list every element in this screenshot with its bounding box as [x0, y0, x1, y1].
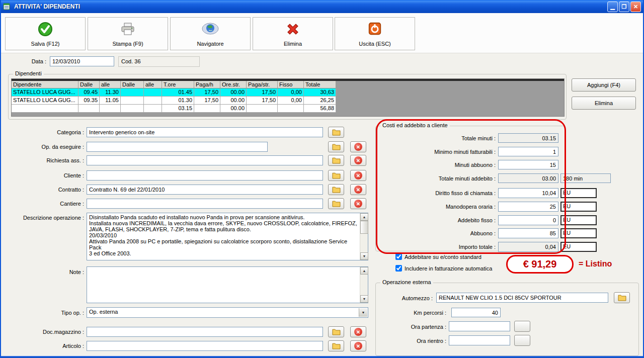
grid-cell[interactable] [144, 88, 162, 97]
delete-button[interactable]: Elimina [253, 17, 333, 50]
contratto-clear-button[interactable]: ✕ [350, 184, 366, 195]
tipo-op-combobox[interactable]: Op. esterna ▼ [87, 307, 368, 318]
grid-cell[interactable]: 30,63 [304, 88, 336, 97]
ora-partenza-picker-button[interactable] [514, 321, 530, 332]
note-scrollbar[interactable]: ▲ ▼ [360, 267, 368, 303]
ora-partenza-input[interactable] [449, 321, 510, 331]
addebitare-checkbox[interactable] [395, 253, 402, 260]
ora-rientro-picker-button[interactable] [514, 335, 530, 346]
automezzo-browse-button[interactable] [614, 292, 630, 303]
grid-cell[interactable]: 09.35 [78, 97, 100, 105]
diritto-fisso-input[interactable] [498, 188, 558, 198]
contratto-input[interactable] [87, 185, 323, 195]
categoria-input[interactable] [87, 127, 323, 137]
grid-cell[interactable]: 00.00 [220, 105, 247, 113]
manodopera-currency[interactable]: EU [560, 202, 597, 212]
elimina-row-button[interactable]: Elimina [572, 97, 636, 110]
categoria-browse-button[interactable] [328, 127, 344, 138]
fatturazione-checkbox-row[interactable]: Includere in fatturazione automatica [395, 265, 492, 272]
scroll-down-icon[interactable]: ▼ [360, 252, 368, 260]
ora-rientro-input[interactable] [449, 335, 510, 345]
diritto-fisso-currency[interactable]: EU [560, 188, 597, 198]
addebito-fisso-input[interactable] [498, 215, 558, 225]
grid-cell[interactable] [78, 105, 100, 113]
grid-row[interactable]: STATELLO LUCA GUG... 09.35 11.05 01.30 1… [12, 97, 564, 105]
grid-cell[interactable]: STATELLO LUCA GUG... [12, 97, 78, 105]
chevron-down-icon[interactable]: ▼ [359, 308, 367, 317]
grid-cell[interactable] [144, 97, 162, 105]
exit-button[interactable]: Uscita (ESC) [335, 17, 415, 50]
richiesta-input[interactable] [87, 155, 323, 165]
articolo-browse-button[interactable] [328, 340, 344, 351]
cliente-clear-button[interactable]: ✕ [350, 170, 366, 181]
grid-cell[interactable] [278, 105, 304, 113]
navigator-button[interactable]: Navigatore [170, 17, 251, 50]
doc-magazzino-clear-button[interactable]: ✕ [350, 326, 366, 337]
grid-cell[interactable]: 00.00 [220, 97, 247, 105]
cantiere-input[interactable] [87, 199, 323, 209]
cliente-browse-button[interactable] [328, 170, 344, 181]
scroll-up-icon[interactable]: ▲ [360, 267, 368, 275]
data-input[interactable] [50, 56, 114, 66]
doc-magazzino-input[interactable] [87, 327, 323, 337]
grid-cell[interactable]: 0,00 [278, 97, 304, 105]
close-button[interactable]: ✕ [630, 2, 641, 12]
automezzo-input[interactable] [436, 293, 608, 303]
minuti-abbuono-input[interactable] [498, 160, 558, 169]
grid-cell[interactable]: 56,88 [304, 105, 336, 113]
scroll-down-icon[interactable]: ▼ [360, 295, 368, 303]
km-percorsi-input[interactable] [451, 308, 501, 317]
minimo-minuti-input[interactable] [498, 147, 558, 156]
op-eseguire-input[interactable] [87, 142, 268, 152]
fatturazione-checkbox[interactable] [395, 265, 402, 272]
richiesta-clear-button[interactable]: ✕ [350, 155, 366, 166]
cliente-input[interactable] [87, 170, 323, 181]
richiesta-browse-button[interactable] [328, 155, 344, 166]
aggiungi-button[interactable]: Aggiungi (F4) [572, 78, 636, 92]
grid-cell[interactable]: 17,50 [247, 97, 278, 105]
note-textarea[interactable] [87, 267, 368, 303]
grid-cell[interactable] [12, 105, 78, 113]
op-eseguire-clear-button[interactable]: ✕ [350, 141, 366, 152]
grid-cell[interactable]: 03.15 [162, 105, 194, 113]
scroll-up-icon[interactable]: ▲ [360, 213, 368, 221]
contratto-browse-button[interactable] [328, 184, 344, 195]
grid-cell[interactable]: 17,50 [247, 88, 278, 97]
grid-cell[interactable] [121, 97, 144, 105]
manodopera-input[interactable] [498, 202, 558, 212]
maximize-button[interactable]: ❐ [619, 2, 629, 12]
doc-magazzino-browse-button[interactable] [328, 326, 344, 337]
cantiere-clear-button[interactable]: ✕ [350, 198, 366, 209]
grid-cell[interactable]: 17,50 [194, 88, 220, 97]
descrizione-textarea[interactable]: Disinstallato Panda scaduto ed installat… [87, 213, 368, 260]
grid-cell[interactable]: STATELLO LUCA GUG... [12, 88, 78, 97]
grid-cell[interactable] [100, 105, 121, 113]
grid-cell[interactable] [121, 88, 144, 97]
save-button[interactable]: Salva (F12) [5, 17, 86, 50]
grid-cell[interactable]: 17,50 [194, 97, 220, 105]
grid-cell[interactable]: 00.00 [220, 88, 247, 97]
grid-cell[interactable]: 01.30 [162, 97, 194, 105]
abbuono-input[interactable] [498, 228, 558, 238]
abbuono-currency[interactable]: EU [560, 228, 597, 238]
grid-cell[interactable]: 26,25 [304, 97, 336, 105]
grid-row-selected[interactable]: STATELLO LUCA GUG... 09.45 11.30 01.45 1… [12, 88, 564, 97]
grid-cell[interactable]: 11.05 [100, 97, 121, 105]
addebito-fisso-currency[interactable]: EU [560, 215, 597, 225]
grid-cell[interactable] [194, 105, 220, 113]
scroll-thumb[interactable] [360, 221, 368, 234]
dipendenti-grid[interactable]: Dipendente Dalle alle Dalle alle T.ore P… [11, 78, 565, 117]
articolo-input[interactable] [87, 341, 323, 351]
op-eseguire-browse-button[interactable] [328, 141, 344, 152]
minimize-button[interactable]: ▁ [607, 2, 618, 12]
grid-cell[interactable]: 11.30 [100, 88, 121, 97]
print-button[interactable]: Stampa (F9) [88, 17, 168, 50]
grid-totals-row[interactable]: 03.15 00.00 56,88 [12, 105, 564, 113]
articolo-clear-button[interactable]: ✕ [350, 340, 366, 351]
grid-cell[interactable] [247, 105, 278, 113]
grid-cell[interactable] [121, 105, 144, 113]
grid-cell[interactable]: 09.45 [78, 88, 100, 97]
cantiere-browse-button[interactable] [328, 198, 344, 209]
addebitare-checkbox-row[interactable]: Addebitare su e/conto standard [395, 253, 481, 260]
descrizione-scrollbar[interactable]: ▲ ▼ [360, 213, 368, 260]
